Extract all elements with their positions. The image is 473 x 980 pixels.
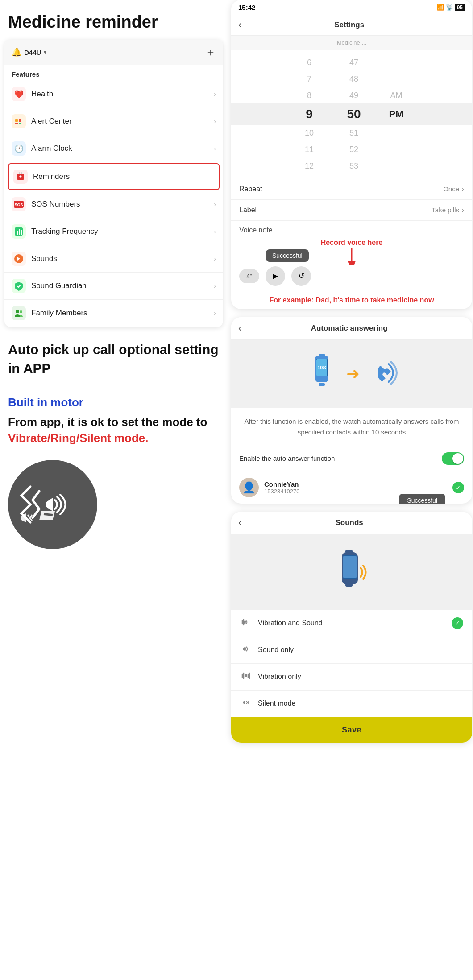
sounds-icon [12, 252, 26, 266]
auto-answer-title: Automatic answering [247, 324, 452, 333]
vib-sound-check-icon: ✓ [452, 617, 463, 629]
chevron-right-icon: › [214, 201, 216, 208]
picker-min-col: 49 [338, 89, 369, 102]
back-button[interactable]: ‹ [238, 19, 241, 31]
sounds-label: Sounds [31, 254, 214, 263]
svg-rect-34 [343, 556, 357, 578]
picker-row-8: 8 49 AM [231, 87, 472, 104]
app-panel-header: 🔔 D44U ▾ ＋ [4, 40, 223, 65]
reminder-icon: + [13, 170, 28, 184]
alert-icon [12, 114, 26, 128]
svg-rect-13 [19, 229, 20, 235]
battery-indicator: 95 [455, 4, 465, 11]
sidebar-item-health[interactable]: ❤️ Health › [4, 81, 223, 108]
auto-answer-screen: ‹ Automatic answering 10S ➜ [231, 317, 472, 504]
chevron-right-icon: › [214, 255, 216, 262]
features-section-label: Features [4, 65, 223, 81]
health-icon: ❤️ [12, 87, 26, 101]
svg-rect-35 [345, 550, 353, 553]
sidebar-item-alert[interactable]: Alert Center › [4, 108, 223, 135]
sound-option-silent[interactable]: Silent mode [231, 691, 472, 717]
alert-label: Alert Center [31, 117, 214, 126]
chevron-right-icon: › [214, 91, 216, 98]
sounds-title: Sounds [247, 518, 452, 527]
picker-row-6: 6 47 [231, 54, 472, 71]
built-in-section: Built in motor From app, it is ok to set… [0, 387, 228, 455]
sidebar-item-sounds[interactable]: Sounds › [4, 245, 223, 273]
contact-toast: Successful [399, 494, 445, 504]
picker-row-10: 10 51 [231, 125, 472, 141]
built-in-label: Built in motor [8, 396, 220, 409]
bell-icon: 🔔 [12, 47, 21, 57]
contact-info: ConnieYan 15323410270 [264, 480, 447, 495]
phone-ring-icon [369, 357, 398, 390]
watch-icon: 10S [306, 353, 337, 395]
svg-rect-12 [17, 231, 18, 235]
save-button[interactable]: Save [231, 717, 472, 743]
wifi-icon: 📡 [446, 4, 453, 11]
svg-rect-1 [19, 119, 21, 122]
voice-play-btn[interactable]: ▶ [266, 266, 285, 286]
label-row[interactable]: Label Take pills › [231, 200, 472, 221]
chevron-right-icon: › [462, 185, 464, 193]
settings-title: Settings [247, 21, 452, 29]
add-button[interactable]: ＋ [205, 45, 216, 59]
svg-marker-46 [243, 701, 245, 704]
picker-hour-col: 7 [294, 73, 325, 86]
selected-ampm: PM [383, 108, 410, 120]
svg-point-18 [20, 310, 22, 313]
tracking-label: Tracking Frequency [31, 227, 214, 236]
sidebar-item-family[interactable]: Family Members › [4, 300, 223, 327]
svg-rect-31 [319, 383, 325, 386]
right-column: 15:42 📶 📡 95 ‹ Settings Medicine ... 6 4… [231, 0, 472, 743]
auto-answer-toggle[interactable] [442, 452, 464, 465]
left-column: Medicine reminder 🔔 D44U ▾ ＋ Features ❤️… [0, 0, 228, 554]
toggle-thumb [452, 453, 463, 464]
alarm-icon: 🕐 [12, 141, 26, 156]
chevron-right-icon: › [214, 118, 216, 125]
time-picker[interactable]: 6 47 7 48 8 [231, 50, 472, 179]
voice-duration-btn[interactable]: 4'' [239, 269, 259, 283]
back-button-2[interactable]: ‹ [238, 323, 241, 334]
status-icons: 📶 📡 95 [437, 4, 465, 11]
selected-hour: 9 [294, 107, 325, 121]
picker-min-52: 52 [338, 143, 369, 156]
reminders-label: Reminders [33, 172, 214, 181]
sidebar-item-tracking[interactable]: Tracking Frequency › [4, 218, 223, 245]
sidebar-item-sos[interactable]: SOS SOS Numbers › [4, 191, 223, 218]
sound-option-vib-sound[interactable]: Vibration and Sound ✓ [231, 610, 472, 637]
repeat-row[interactable]: Repeat Once › [231, 179, 472, 200]
record-voice-text: Record voice here [321, 239, 383, 246]
picker-min-47: 47 [338, 56, 369, 69]
svg-rect-3 [19, 123, 21, 124]
chevron-right-icon: › [214, 145, 216, 152]
vibration-circle [8, 460, 97, 549]
svg-rect-2 [15, 123, 18, 124]
sound-option-sound-only[interactable]: Sound only [231, 637, 472, 664]
svg-rect-0 [15, 119, 18, 122]
voice-controls: Successful 4'' ▶ ↺ [239, 266, 464, 286]
sidebar-item-soundguardian[interactable]: Sound Guardian › [4, 273, 223, 300]
vib-only-icon [240, 671, 252, 683]
picker-min-51: 51 [338, 127, 369, 140]
sidebar-item-alarm[interactable]: 🕐 Alarm Clock › [4, 135, 223, 162]
auto-pick-title: Auto pick up call optional setting in AP… [8, 340, 220, 378]
sound-option-vib-only[interactable]: Vibration only [231, 664, 472, 691]
chevron-down-icon: ▾ [44, 50, 46, 55]
repeat-label: Repeat [239, 185, 262, 193]
enable-row[interactable]: Enable the auto answer function [231, 446, 472, 471]
health-label: Health [31, 90, 214, 99]
voice-undo-btn[interactable]: ↺ [291, 266, 311, 286]
watch-sound-svg [329, 548, 374, 597]
vibration-svg [17, 478, 88, 531]
sound-only-label: Sound only [258, 646, 463, 654]
voice-controls-container: Record voice here Successf [239, 239, 464, 286]
sidebar-item-reminders[interactable]: + Reminders [8, 163, 220, 190]
settings-screen: 15:42 📶 📡 95 ‹ Settings Medicine ... 6 4… [231, 0, 472, 309]
back-button-3[interactable]: ‹ [238, 517, 241, 529]
sound-only-icon [240, 644, 252, 656]
picker-row-7: 7 48 [231, 71, 472, 87]
chevron-right-icon: › [462, 206, 464, 214]
contact-row[interactable]: 👤 ConnieYan 15323410270 ✓ Successful [231, 471, 472, 504]
contact-name: ConnieYan [264, 480, 447, 488]
